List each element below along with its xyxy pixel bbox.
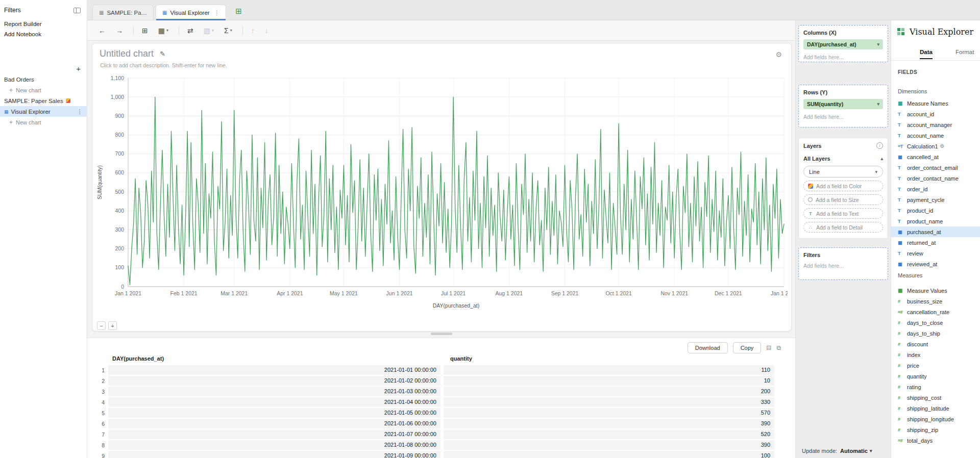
aggregate-sigma-icon[interactable]: Σ▾ bbox=[224, 27, 232, 35]
field-label: Calculation1 bbox=[907, 143, 938, 149]
measure-measure-values[interactable]: ▦Measure Values bbox=[891, 285, 980, 296]
dimension-order-contact-name[interactable]: Torder_contact_name bbox=[891, 173, 980, 184]
sidebar-item-report-builder[interactable]: Report Builder bbox=[0, 19, 87, 29]
sort-descending-icon[interactable]: ↓ bbox=[265, 27, 268, 35]
dimension-account-name[interactable]: Taccount_name bbox=[891, 130, 980, 141]
table-row[interactable]: 82021-01-08 00:00:00390 bbox=[87, 440, 791, 450]
info-icon[interactable]: i bbox=[876, 142, 883, 149]
columns-field-pill[interactable]: DAY(purchased_at) ▾ bbox=[803, 39, 883, 49]
swap-axes-icon[interactable]: ⇄ bbox=[187, 27, 193, 35]
add-field-to-color[interactable]: Add a field to Color bbox=[803, 181, 883, 191]
bar-options-icon[interactable]: ▥▾ bbox=[204, 27, 214, 35]
table-row[interactable]: 22021-01-02 00:00:0010 bbox=[87, 376, 791, 386]
caret-down-icon[interactable]: ▾ bbox=[877, 42, 879, 47]
measure-days-to-close[interactable]: #days_to_close bbox=[891, 317, 980, 328]
back-icon[interactable]: ← bbox=[99, 27, 106, 35]
chart-type-icon[interactable]: ▦▾ bbox=[158, 27, 168, 35]
sidebar-add-button[interactable]: + bbox=[76, 64, 81, 73]
add-field-to-size[interactable]: Add a field to Size bbox=[803, 194, 883, 205]
svg-text:700: 700 bbox=[115, 150, 124, 157]
measure-shipping-latitude[interactable]: #shipping_latitude bbox=[891, 403, 980, 414]
tab-data[interactable]: Data bbox=[920, 49, 933, 59]
dimension-product-id[interactable]: Tproduct_id bbox=[891, 205, 980, 216]
sort-ascending-icon[interactable]: ↑ bbox=[251, 27, 255, 35]
forward-icon[interactable]: → bbox=[116, 27, 123, 35]
table-header: DAY(purchased_at) quantity bbox=[87, 355, 791, 365]
table-row[interactable]: 52021-01-05 00:00:00570 bbox=[87, 408, 791, 418]
copy-button[interactable]: Copy bbox=[733, 342, 762, 353]
zoom-in-button[interactable]: + bbox=[108, 321, 117, 330]
download-button[interactable]: Download bbox=[688, 342, 728, 353]
rows-field-pill[interactable]: SUM(quantity) ▾ bbox=[803, 99, 883, 109]
dimension-account-manager[interactable]: Taccount_manager bbox=[891, 119, 980, 130]
measure-discount[interactable]: #discount bbox=[891, 339, 980, 349]
add-field-to-text[interactable]: T Add a field to Text bbox=[803, 208, 883, 219]
add-field-to-detail[interactable]: ∴ Add a field to Detail bbox=[803, 222, 883, 233]
edit-title-icon[interactable]: ✎ bbox=[160, 50, 165, 58]
measure-index[interactable]: #index bbox=[891, 349, 980, 360]
mark-type-select[interactable]: Line ▾ bbox=[803, 166, 883, 177]
dimension-measure-names[interactable]: ▦Measure Names bbox=[891, 98, 980, 109]
tab-format[interactable]: Format bbox=[955, 49, 974, 58]
measure-total-days[interactable]: =#total_days bbox=[891, 435, 980, 446]
dimension-reviewed-at[interactable]: ▦reviewed_at bbox=[891, 259, 980, 269]
measure-cancellation-rate[interactable]: =#cancellation_rate bbox=[891, 307, 980, 317]
sidebar-new-chart[interactable]: +New chart bbox=[0, 85, 87, 95]
table-row[interactable]: 32021-01-03 00:00:00200 bbox=[87, 387, 791, 396]
sidebar-item-add-notebook[interactable]: Add Notebook bbox=[0, 29, 87, 39]
tab-sample-paper-sales[interactable]: ▦ SAMPLE: Pa… bbox=[92, 5, 154, 20]
chart-title[interactable]: Untitled chart bbox=[100, 48, 154, 59]
new-window-icon[interactable]: ⊞ bbox=[142, 27, 148, 35]
filters-add-fields[interactable]: Add fields here... bbox=[803, 263, 883, 269]
measure-price[interactable]: #price bbox=[891, 360, 980, 371]
measure-shipping-longitude[interactable]: #shipping_longitude bbox=[891, 414, 980, 424]
column-header-date[interactable]: DAY(purchased_at) bbox=[112, 355, 164, 362]
tab-visual-explorer[interactable]: ▦ Visual Explorer ⋮ bbox=[156, 5, 226, 20]
fields-header: FIELDS bbox=[898, 69, 917, 75]
column-header-quantity[interactable]: quantity bbox=[450, 355, 472, 362]
sidebar-item-sample-paper-sales[interactable]: SAMPLE: Paper Sales bbox=[0, 95, 87, 106]
measure-quantity[interactable]: #quantity bbox=[891, 371, 980, 381]
rows-add-fields[interactable]: Add fields here... bbox=[803, 114, 883, 120]
collapse-sidebar-icon[interactable] bbox=[74, 8, 81, 13]
measure-days-to-ship[interactable]: #days_to_ship bbox=[891, 328, 980, 339]
dimension-purchased-at[interactable]: ▦purchased_at bbox=[891, 226, 980, 237]
table-row[interactable]: 42021-01-04 00:00:00330 bbox=[87, 397, 791, 407]
measure-shipping-cost[interactable]: #shipping_cost bbox=[891, 392, 980, 403]
table-row[interactable]: 62021-01-06 00:00:00390 bbox=[87, 419, 791, 428]
zoom-out-button[interactable]: − bbox=[97, 321, 106, 330]
measure-rating[interactable]: #rating bbox=[891, 381, 980, 392]
table-row[interactable]: 12021-01-01 00:00:00110 bbox=[87, 365, 791, 375]
field-label: days_to_close bbox=[907, 320, 943, 326]
collapse-table-icon[interactable]: ⊟ bbox=[766, 344, 771, 351]
dimension-review[interactable]: Treview bbox=[891, 248, 980, 259]
caret-down-icon[interactable]: ▾ bbox=[877, 101, 879, 107]
dimension-returned-at[interactable]: ▦returned_at bbox=[891, 237, 980, 248]
chart-description-placeholder[interactable]: Click to add chart description. Shift-en… bbox=[100, 62, 227, 68]
gear-icon[interactable]: ⚙ bbox=[940, 143, 945, 149]
chart-settings-gear-icon[interactable]: ⚙ bbox=[775, 50, 782, 59]
chevron-up-icon[interactable]: ▴ bbox=[880, 156, 883, 161]
dimension-order-id[interactable]: Torder_id bbox=[891, 184, 980, 194]
sidebar-item-bad-orders[interactable]: Bad Orders bbox=[0, 74, 87, 85]
update-mode-select[interactable]: Automatic ▾ bbox=[840, 448, 872, 454]
sidebar-new-chart[interactable]: +New chart bbox=[0, 117, 87, 128]
table-row[interactable]: 72021-01-07 00:00:00520 bbox=[87, 429, 791, 439]
dimension-product-name[interactable]: Tproduct_name bbox=[891, 216, 980, 226]
tab-menu-icon[interactable]: ⋮ bbox=[214, 9, 220, 16]
table-row[interactable]: 92021-01-09 00:00:00100 bbox=[87, 451, 791, 458]
measure-business-size[interactable]: #business_size bbox=[891, 296, 980, 307]
dimension-order-contact-email[interactable]: Torder_contact_email bbox=[891, 162, 980, 173]
kebab-icon[interactable]: ⋮ bbox=[77, 108, 83, 115]
svg-text:300: 300 bbox=[115, 226, 124, 233]
resize-handle[interactable] bbox=[431, 333, 452, 335]
measure-shipping-zip[interactable]: #shipping_zip bbox=[891, 424, 980, 435]
new-chart-tab-button[interactable]: ⊞ bbox=[235, 7, 242, 16]
dimension-payment-cycle[interactable]: Tpayment_cycle bbox=[891, 194, 980, 205]
dimension-cancelled-at[interactable]: ▦cancelled_at bbox=[891, 151, 980, 162]
dimension-calculation1[interactable]: =TCalculation1⚙ bbox=[891, 141, 980, 151]
expand-table-icon[interactable]: ⧉ bbox=[776, 344, 781, 351]
columns-add-fields[interactable]: Add fields here... bbox=[803, 54, 883, 60]
dimension-account-id[interactable]: Taccount_id bbox=[891, 109, 980, 119]
sidebar-item-visual-explorer[interactable]: ▦Visual Explorer⋮ bbox=[0, 106, 87, 117]
